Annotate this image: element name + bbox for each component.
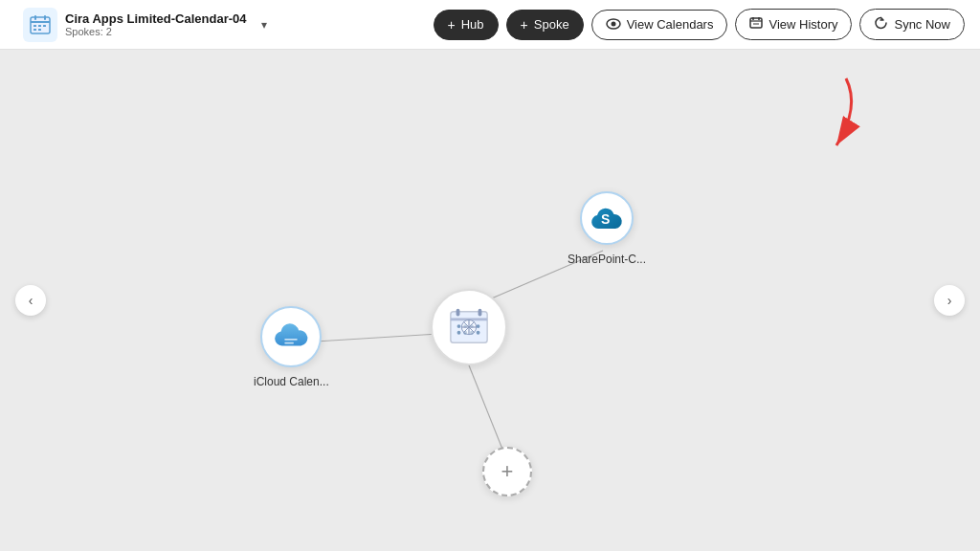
spoke-button[interactable]: + Spoke: [506, 10, 584, 40]
view-history-label: View History: [768, 17, 837, 32]
app-spokes: Spokes: 2: [65, 26, 247, 37]
svg-point-30: [477, 331, 480, 335]
hub-circle: [431, 289, 507, 365]
plus-icon-spoke: +: [521, 17, 528, 33]
svg-rect-3: [44, 15, 46, 20]
hub-node[interactable]: [431, 289, 507, 365]
svg-rect-37: [285, 342, 294, 344]
svg-rect-5: [38, 25, 41, 27]
history-icon: [749, 16, 763, 33]
svg-text:S: S: [601, 211, 610, 227]
svg-point-23: [457, 324, 461, 328]
app-selector[interactable]: Cira Apps Limited-Calendar-04 Spokes: 2 …: [15, 4, 281, 46]
nav-right-arrow[interactable]: ›: [934, 285, 965, 316]
dropdown-icon[interactable]: ▾: [255, 15, 274, 34]
view-calendars-button[interactable]: View Calendars: [591, 10, 728, 40]
sync-now-label: Sync Now: [894, 17, 950, 32]
svg-rect-22: [479, 309, 482, 317]
svg-point-27: [457, 331, 461, 335]
view-history-button[interactable]: View History: [735, 9, 852, 40]
icloud-node[interactable]: iCloud Calen...: [254, 306, 329, 388]
icloud-circle: [260, 306, 322, 367]
add-spoke-circle: +: [482, 447, 532, 496]
canvas: iCloud Calen... S SharePoint-C...: [0, 50, 980, 551]
svg-rect-7: [33, 29, 36, 31]
app-icon: [23, 8, 57, 42]
sharepoint-circle: S: [580, 191, 634, 245]
svg-rect-6: [43, 25, 46, 27]
svg-rect-11: [750, 18, 762, 28]
hub-label: Hub: [461, 17, 484, 32]
eye-icon: [606, 17, 621, 33]
svg-rect-2: [34, 15, 36, 20]
nav-right-icon: ›: [947, 293, 952, 308]
add-spoke-plus-icon: +: [501, 461, 514, 482]
spoke-label: Spoke: [534, 17, 569, 32]
svg-rect-4: [33, 25, 36, 27]
svg-rect-8: [38, 29, 41, 31]
view-calendars-label: View Calendars: [627, 17, 714, 32]
hub-button[interactable]: + Hub: [434, 10, 499, 40]
add-spoke-node[interactable]: +: [482, 447, 532, 496]
svg-rect-1: [31, 21, 50, 23]
svg-point-10: [611, 21, 615, 26]
nav-left-icon: ‹: [29, 293, 33, 308]
sharepoint-node[interactable]: S SharePoint-C...: [568, 191, 646, 266]
app-info: Cira Apps Limited-Calendar-04 Spokes: 2: [65, 11, 247, 37]
header: Cira Apps Limited-Calendar-04 Spokes: 2 …: [0, 0, 980, 50]
annotation-arrow: [750, 69, 865, 168]
icloud-label: iCloud Calen...: [254, 375, 329, 388]
app-name: Cira Apps Limited-Calendar-04: [65, 11, 247, 26]
svg-point-26: [477, 324, 480, 328]
plus-icon: +: [448, 17, 456, 33]
nav-left-arrow[interactable]: ‹: [15, 285, 46, 316]
sync-now-button[interactable]: Sync Now: [859, 9, 965, 40]
sync-icon: [874, 16, 888, 33]
svg-rect-36: [285, 339, 298, 341]
sharepoint-label: SharePoint-C...: [568, 253, 646, 266]
svg-rect-21: [457, 309, 460, 317]
